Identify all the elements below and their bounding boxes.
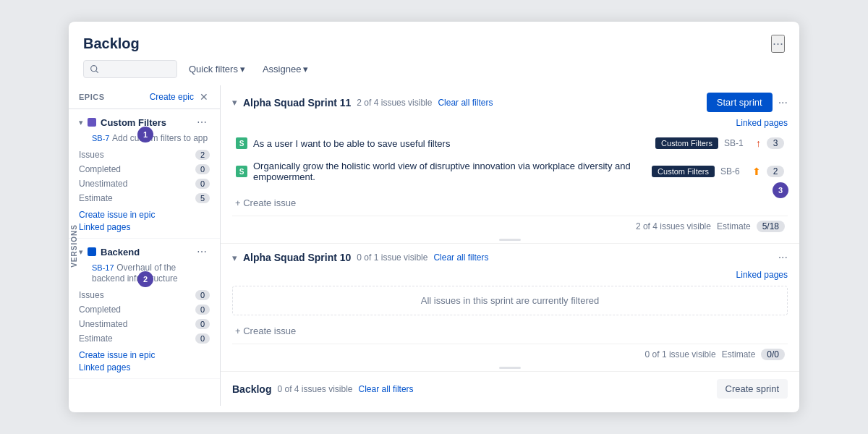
issue-tag: Custom Filters bbox=[655, 137, 718, 149]
sprint-11-section: ▾ Alpha Squad Sprint 11 2 of 4 issues vi… bbox=[221, 85, 799, 244]
stat-badge: 0 bbox=[195, 305, 210, 315]
collapse-sprint-10-icon[interactable]: ▾ bbox=[232, 252, 237, 263]
issue-row[interactable]: S Organically grow the holistic world vi… bbox=[232, 156, 788, 187]
issue-text: Organically grow the holistic world view… bbox=[253, 161, 646, 182]
sprint-11-create-issue[interactable]: + Create issue bbox=[232, 193, 788, 213]
page-header: Backlog ··· bbox=[69, 22, 799, 53]
epic-color-dot bbox=[88, 118, 96, 127]
quick-filters-button[interactable]: Quick filters ▾ bbox=[183, 61, 251, 77]
stat-label: Unestimated bbox=[79, 179, 127, 189]
annotation-2: 2 bbox=[137, 271, 153, 287]
stat-row-completed: Completed 0 bbox=[79, 302, 210, 317]
sprint-11-clear-filters[interactable]: Clear all filters bbox=[438, 98, 493, 108]
chevron-down-icon: ▾ bbox=[240, 64, 245, 75]
stat-row-issues: Issues 0 bbox=[79, 288, 210, 302]
epic-stats: Issues 2 Completed 0 Unestimated 0 Estim… bbox=[79, 148, 210, 205]
main-area: ▾ Alpha Squad Sprint 11 2 of 4 issues vi… bbox=[221, 85, 799, 406]
chevron-icon: ▾ bbox=[79, 247, 83, 257]
toolbar: Quick filters ▾ Assignee ▾ bbox=[69, 53, 799, 85]
sprint-title-area: ▾ Alpha Squad Sprint 10 0 of 1 issue vis… bbox=[232, 252, 488, 263]
sprint-10-more-button[interactable]: ··· bbox=[778, 251, 788, 264]
stat-label: Completed bbox=[79, 305, 121, 315]
collapse-bar[interactable] bbox=[232, 365, 788, 371]
priority-icon: ⬆ bbox=[752, 166, 761, 177]
issue-id: SB-6 bbox=[720, 166, 746, 176]
create-issue-in-epic-link-2[interactable]: Create issue in epic bbox=[79, 350, 210, 360]
sprint-10-visible-count: 0 of 1 issue visible bbox=[357, 252, 427, 263]
sprint-10-section: ▾ Alpha Squad Sprint 10 0 of 1 issue vis… bbox=[221, 244, 799, 372]
stat-badge: 0 bbox=[195, 333, 210, 344]
epic-links: Create issue in epic Linked pages bbox=[79, 210, 210, 232]
stat-row-unestimated: Unestimated 0 bbox=[79, 176, 210, 191]
issue-id: SB-1 bbox=[724, 138, 750, 148]
stat-row-estimate: Estimate 0 bbox=[79, 331, 210, 346]
sprint-10-linked-pages[interactable]: Linked pages bbox=[736, 270, 788, 280]
footer-visible: 0 of 1 issue visible bbox=[645, 349, 716, 359]
epic-desc: Add custom filters to app bbox=[112, 133, 208, 143]
epics-header: EPICS Create epic ✕ bbox=[69, 85, 220, 109]
close-sidebar-button[interactable]: ✕ bbox=[198, 91, 210, 103]
sprint-10-clear-filters[interactable]: Clear all filters bbox=[433, 252, 488, 263]
sprint-10-header: ▾ Alpha Squad Sprint 10 0 of 1 issue vis… bbox=[232, 251, 788, 264]
create-epic-link[interactable]: Create epic bbox=[150, 92, 194, 102]
estimate-badge: 5/18 bbox=[757, 221, 785, 232]
create-issue-in-epic-link-1[interactable]: Create issue in epic bbox=[79, 210, 210, 220]
stat-label: Estimate bbox=[79, 193, 113, 203]
issue-text: As a user I want to be able to save usef… bbox=[253, 138, 650, 149]
sprint-11-linked-pages[interactable]: Linked pages bbox=[736, 118, 788, 128]
priority-icon: ↑ bbox=[756, 137, 761, 149]
stat-row-completed: Completed 0 bbox=[79, 162, 210, 176]
sprint-11-title: Alpha Squad Sprint 11 bbox=[243, 97, 351, 109]
epic-color-dot bbox=[88, 247, 96, 256]
linked-pages-link-2[interactable]: Linked pages bbox=[79, 362, 210, 373]
sprint-10-create-issue[interactable]: + Create issue bbox=[232, 321, 788, 341]
svg-line-1 bbox=[96, 71, 98, 72]
sprint-11-header: ▾ Alpha Squad Sprint 11 2 of 4 issues vi… bbox=[232, 93, 788, 112]
epic-menu-button[interactable]: ⋯ bbox=[194, 244, 210, 259]
sprint-10-title: Alpha Squad Sprint 10 bbox=[243, 252, 351, 263]
stat-row-unestimated: Unestimated 0 bbox=[79, 317, 210, 331]
stat-badge: 0 bbox=[195, 179, 210, 189]
backlog-visible-count: 0 of 4 issues visible bbox=[277, 384, 352, 394]
estimate-badge: 0/0 bbox=[761, 349, 785, 360]
collapse-bar-inner bbox=[499, 239, 521, 241]
epics-label: EPICS bbox=[79, 93, 105, 101]
search-input[interactable] bbox=[103, 64, 169, 75]
collapse-sprint-11-icon[interactable]: ▾ bbox=[232, 97, 237, 108]
backlog-title: Backlog bbox=[232, 383, 271, 395]
backlog-section: Backlog 0 of 4 issues visible Clear all … bbox=[221, 372, 799, 406]
stat-row-issues: Issues 2 bbox=[79, 148, 210, 162]
sprint-11-visible-count: 2 of 4 issues visible bbox=[357, 98, 432, 108]
annotation-1: 1 bbox=[137, 127, 153, 142]
start-sprint-button[interactable]: Start sprint bbox=[707, 93, 773, 112]
collapse-bar-inner bbox=[499, 367, 521, 369]
all-filtered-message: All issues in this sprint are currently … bbox=[232, 286, 788, 315]
issue-row[interactable]: S As a user I want to be able to save us… bbox=[232, 132, 788, 154]
story-icon: S bbox=[236, 166, 247, 177]
collapse-bar[interactable] bbox=[232, 237, 788, 243]
epic-sb-link[interactable]: SB-17 bbox=[92, 263, 114, 272]
footer-estimate-label: Estimate bbox=[717, 221, 751, 231]
sprint-11-issue-list: S As a user I want to be able to save us… bbox=[232, 132, 788, 187]
stat-badge: 2 bbox=[195, 150, 210, 160]
stat-badge: 5 bbox=[195, 193, 210, 203]
assignee-filter-button[interactable]: Assignee ▾ bbox=[257, 61, 314, 77]
chevron-down-icon: ▾ bbox=[303, 64, 308, 75]
search-box[interactable] bbox=[83, 60, 177, 78]
story-icon: S bbox=[236, 137, 247, 149]
epic-sb-link[interactable]: SB-7 bbox=[92, 134, 109, 142]
search-icon bbox=[90, 64, 99, 74]
issue-tag: Custom Filters bbox=[652, 166, 715, 177]
epic-menu-button[interactable]: ⋯ bbox=[194, 115, 210, 129]
sprint-10-actions: ··· bbox=[778, 251, 788, 264]
header-more-button[interactable]: ··· bbox=[771, 35, 785, 53]
epic-item-backend: ▾ Backend ⋯ SB-17 Overhaul of the backen… bbox=[69, 239, 220, 379]
stat-label: Unestimated bbox=[79, 319, 127, 329]
create-sprint-button[interactable]: Create sprint bbox=[717, 379, 788, 399]
linked-pages-link-1[interactable]: Linked pages bbox=[79, 222, 210, 232]
sprint-more-button[interactable]: ··· bbox=[778, 96, 788, 109]
backlog-clear-filters[interactable]: Clear all filters bbox=[359, 384, 414, 394]
epic-name: Custom Filters bbox=[101, 117, 166, 128]
story-points: 2 bbox=[767, 166, 784, 177]
sprint-10-footer: 0 of 1 issue visible Estimate 0/0 bbox=[232, 344, 788, 365]
